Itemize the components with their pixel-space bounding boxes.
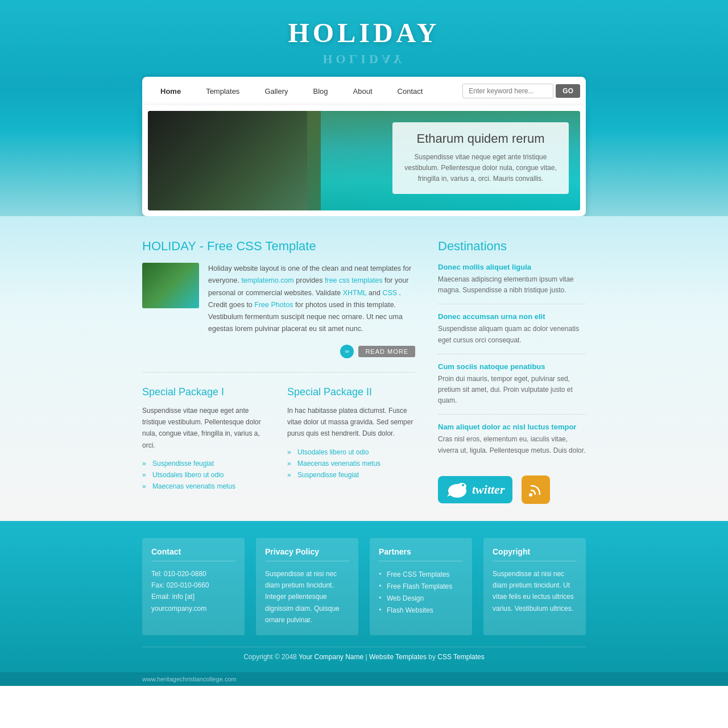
footer-container: ContactTel: 010-020-0880Fax: 020-010-066… [142,538,586,635]
main-section: HOLIDAY - Free CSS Template Holiday webs… [0,216,728,521]
list-item: Free CSS Templates [379,568,463,580]
package-title: Special Package I [142,386,270,398]
destination-item: Donec accumsan urna non elit Suspendisse… [438,312,586,354]
read-more-icon: ∞ [340,345,354,358]
intro-row: Holiday website layout is one of the cle… [142,263,415,336]
destination-item: Donec mollis aliquet ligula Maecenas adi… [438,263,586,304]
destination-title[interactable]: Donec accumsan urna non elit [438,312,586,321]
copyright-text: Copyright © 2048 [243,653,297,661]
site-title-reflection: HOLIDAY [0,52,728,67]
rss-svg [527,481,544,498]
read-more-label: READ MORE [358,346,415,357]
website-templates-link[interactable]: Website Templates [369,653,427,661]
footer-link[interactable]: Web Design [387,594,424,602]
nav-link-blog[interactable]: Blog [301,79,341,104]
free-photos-link[interactable]: Free Photos [254,301,293,309]
destination-item: Cum sociis natoque penatibus Proin dui m… [438,362,586,415]
footer-col-1: Privacy PolicySuspendisse at nisi nec di… [256,538,358,635]
hero-text-box: Etharum quidem rerum Suspendisse vitae n… [392,122,569,194]
svg-point-1 [457,483,466,490]
destination-title[interactable]: Nam aliquet dolor ac nisl luctus tempor [438,423,586,431]
destination-text: Cras nisl eros, elementum eu, iaculis vi… [438,434,586,456]
nav-bar: HomeTemplatesGalleryBlogAboutContact GO [142,77,586,105]
footer-copyright: Copyright © 2048 Your Company Name | Web… [142,647,586,667]
destination-title[interactable]: Cum sociis natoque penatibus [438,362,586,371]
main-right: Destinations Donec mollis aliquet ligula… [438,239,586,504]
hero-city-overlay [148,111,307,210]
destination-item: Nam aliquet dolor ac nisl luctus tempor … [438,423,586,464]
twitter-icon[interactable]: twitter [438,476,512,503]
list-item: Suspendisse feugiat [287,469,415,481]
twitter-label: twitter [472,482,504,497]
hero-banner-wrapper: Etharum quidem rerum Suspendisse vitae n… [142,105,586,216]
free-css-link[interactable]: free css templates [325,276,382,284]
footer-col-title: Partners [379,547,463,561]
main-left: HOLIDAY - Free CSS Template Holiday webs… [142,239,415,504]
footer-bottom-text: www.heritagechristiancollege.com [142,676,586,682]
hero-banner: Etharum quidem rerum Suspendisse vitae n… [148,111,580,210]
list-item: Maecenas venenatis metus [142,481,270,492]
intro-text2: provides [296,276,325,284]
xhtml-link[interactable]: XHTML [343,289,367,297]
svg-point-4 [529,493,532,497]
social-icons: twitter [438,475,586,504]
package-text: In hac habitasse platea dictumst. Fusce … [287,405,415,440]
list-item: Free Flash Templates [379,580,463,592]
destination-text: Proin dui mauris, tempor eget, pulvinar … [438,374,586,407]
footer-link[interactable]: Flash Websites [387,606,433,614]
nav-link-about[interactable]: About [341,79,385,104]
nav-link-gallery[interactable]: Gallery [252,79,300,104]
nav-link-home[interactable]: Home [148,79,193,104]
footer-col-title: Privacy Policy [265,547,349,561]
footer-link[interactable]: Free CSS Templates [387,570,450,578]
packages-row: Special Package I Suspendisse vitae nequ… [142,386,415,493]
intro-image [142,263,199,308]
section-title: HOLIDAY - Free CSS Template [142,239,415,254]
footer-col-2: PartnersFree CSS TemplatesFree Flash Tem… [370,538,472,635]
intro-text4: and [369,289,382,297]
css-link[interactable]: CSS [382,289,397,297]
footer-col-title: Copyright [493,547,577,561]
site-title: HOLIDAY [0,17,728,48]
package-title: Special Package II [287,386,415,398]
hero-section: HOLIDAY HOLIDAY HomeTemplatesGalleryBlog… [0,0,728,216]
search-bar: GO [462,84,580,98]
destinations-list: Donec mollis aliquet ligula Maecenas adi… [438,263,586,464]
footer-contact-line: Tel: 010-020-0880 [151,568,235,580]
list-item: Web Design [379,592,463,604]
footer-contact-line: Fax: 020-010-0660 [151,580,235,591]
read-more-button[interactable]: ∞ READ MORE [142,345,415,358]
hero-heading: Etharum quidem rerum [403,131,559,146]
nav-link-contact[interactable]: Contact [385,79,436,104]
footer-bottom-bar: www.heritagechristiancollege.com [0,672,728,686]
twitter-bird-svg [446,481,469,499]
destinations-title: Destinations [438,239,586,254]
css-templates-link[interactable]: CSS Templates [437,653,484,661]
templatemo-link[interactable]: templatemo.com [241,276,293,284]
list-item: Suspendisse feugiat [142,458,270,469]
footer: ContactTel: 010-020-0880Fax: 020-010-066… [0,521,728,672]
nav-links: HomeTemplatesGalleryBlogAboutContact [148,79,462,104]
list-item: Maecenas venenatis metus [287,458,415,469]
package-list: Suspendisse feugiatUtsodales libero ut o… [142,458,270,492]
search-input[interactable] [462,84,553,98]
search-button[interactable]: GO [556,84,580,98]
footer-col-title: Contact [151,547,235,561]
divider [142,372,415,373]
footer-contact-line: Email: info [at] yourcompany.com [151,591,235,614]
list-item: Utsodales libero ut odio [142,469,270,481]
company-link[interactable]: Your Company Name [299,653,363,661]
nav-link-templates[interactable]: Templates [193,79,252,104]
package-list: Utsodales libero ut odioMaecenas venenat… [287,446,415,481]
footer-link[interactable]: Free Flash Templates [387,582,452,590]
rss-icon[interactable] [522,475,550,504]
destination-text: Maecenas adipiscing elementum ipsum vita… [438,274,586,296]
destination-text: Suspendisse aliquam quam ac dolor venena… [438,324,586,345]
hero-text: Suspendisse vitae neque eget ante tristi… [403,152,559,185]
destination-title[interactable]: Donec mollis aliquet ligula [438,263,586,271]
list-item: Utsodales libero ut odio [287,446,415,458]
svg-point-2 [462,484,464,486]
list-item: Flash Websites [379,604,463,616]
footer-col-3: CopyrightSuspendisse at nisi nec diam pr… [483,538,586,635]
package-col: Special Package I Suspendisse vitae nequ… [142,386,270,493]
